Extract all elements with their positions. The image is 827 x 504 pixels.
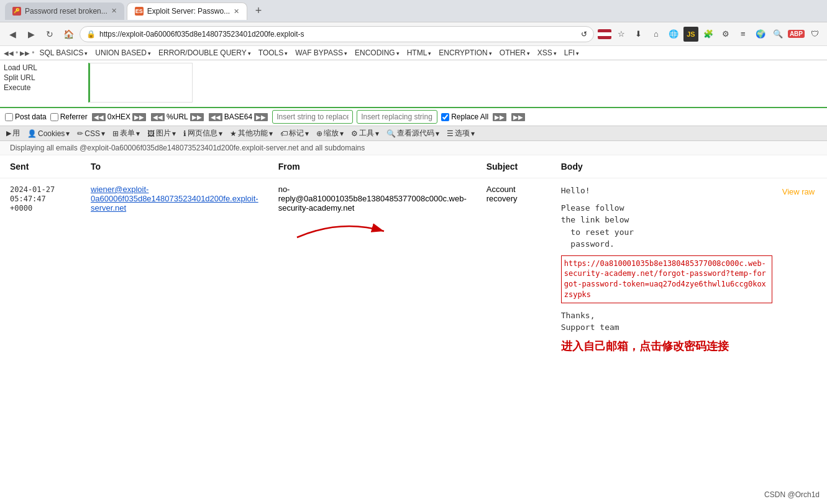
url-right-arrow[interactable]: ▶▶: [190, 113, 204, 121]
css-label: CSS: [85, 129, 100, 138]
url-input-area: Load URL Split URL Execute: [0, 60, 827, 108]
dev-toolbar-mark[interactable]: 🏷 标记 ▾: [278, 127, 311, 139]
base64-encoder: ◀◀ BASE64 ▶▶: [208, 112, 268, 121]
new-tab-button[interactable]: +: [250, 2, 267, 20]
post-data-checkbox[interactable]: [5, 113, 13, 121]
cookies-icon: 👤: [27, 129, 37, 138]
replace-all-checkbox[interactable]: [441, 113, 449, 121]
menu-icon[interactable]: ≡: [736, 27, 751, 42]
referrer-label: Referrer: [60, 112, 88, 121]
js-icon[interactable]: JS: [683, 27, 698, 42]
base64-right-arrow[interactable]: ▶▶: [254, 113, 268, 121]
tab-close-1[interactable]: ✕: [111, 7, 117, 15]
hackbar-encoding[interactable]: ENCODING: [352, 47, 403, 58]
vpn-icon[interactable]: 🛡: [807, 27, 822, 42]
hackbar-toolbar: ◀◀ • ▶▶ • SQL BASICS UNION BASED ERROR/D…: [0, 46, 827, 60]
hackbar-error-query[interactable]: ERROR/DOUBLE QUERY: [155, 47, 254, 58]
replace-double-arrow[interactable]: ▶▶: [511, 113, 525, 121]
zoom-icon[interactable]: 🔍: [770, 27, 785, 42]
body-text-content: Please followthe link below to reset you…: [561, 202, 772, 250]
hex-label: 0xHEX: [107, 112, 130, 121]
password-reset-link[interactable]: https://0a810001035b8e1380485377008c000c…: [564, 259, 769, 300]
url-left-arrow[interactable]: ◀◀: [151, 113, 165, 121]
home-button[interactable]: 🏠: [61, 27, 76, 42]
address-bar[interactable]: 🔒 https://exploit-0a60006f035d8e14807352…: [80, 26, 594, 42]
extension-icon[interactable]: 🧩: [701, 27, 716, 42]
hackbar-waf-bypass[interactable]: WAF BYPASS: [292, 47, 350, 58]
hex-left-arrow[interactable]: ◀◀: [92, 113, 106, 121]
col-header-from: From: [268, 155, 477, 178]
hackbar-encryption[interactable]: ENCRYPTION: [436, 47, 495, 58]
other-icon: ★: [230, 129, 237, 138]
download-icon[interactable]: ⬇: [631, 27, 646, 42]
tools-icon: ⚙: [351, 129, 358, 138]
to-address[interactable]: wiener@exploit-0a60006f035d8e14807352340…: [91, 185, 258, 213]
dev-toolbar-yong[interactable]: ▶ 用: [4, 127, 22, 139]
back-button[interactable]: ◀: [5, 27, 20, 42]
refresh-button[interactable]: ↻: [42, 27, 57, 42]
bookmark-icon[interactable]: ☆: [614, 27, 629, 42]
dev-toolbar-form[interactable]: ⊞ 表单 ▾: [110, 127, 142, 139]
hackbar-tools[interactable]: TOOLS: [255, 47, 291, 58]
css-arrow: ▾: [101, 129, 105, 138]
referrer-checkbox[interactable]: [50, 113, 58, 121]
hex-right-arrow[interactable]: ▶▶: [132, 113, 146, 121]
execute-button[interactable]: Execute: [4, 83, 40, 93]
load-url-button[interactable]: Load URL: [4, 63, 40, 73]
form-label: 表单: [120, 128, 135, 139]
other-arrow: ▾: [269, 129, 273, 138]
hackbar-lfi[interactable]: LFI: [561, 47, 582, 58]
base64-left-arrow[interactable]: ◀◀: [209, 113, 222, 121]
referrer-checkbox-label[interactable]: Referrer: [50, 112, 88, 121]
replace-all-label: Replace All: [451, 112, 488, 121]
tab-label-2: Exploit Server: Passwo...: [147, 7, 230, 16]
split-url-button[interactable]: Split URL: [4, 73, 40, 83]
adblock-button[interactable]: ABP: [788, 30, 805, 38]
pageinfo-icon: ℹ: [183, 129, 186, 138]
forward-button[interactable]: ▶: [24, 27, 39, 42]
hackbar-sql-basics[interactable]: SQL BASICS: [36, 47, 91, 58]
dev-toolbar-other[interactable]: ★ 其他功能 ▾: [227, 127, 275, 139]
translate-icon[interactable]: 🌍: [753, 27, 768, 42]
dev-toolbar-viewsource[interactable]: 🔍 查看源代码 ▾: [384, 127, 442, 139]
replace-all-checkbox-label[interactable]: Replace All: [441, 112, 488, 121]
dev-toolbar-cookies[interactable]: 👤 Cookies ▾: [25, 129, 72, 139]
post-data-checkbox-label[interactable]: Post data: [5, 112, 47, 121]
hackbar-arrow-left[interactable]: ◀◀: [4, 50, 14, 57]
dev-toolbar-zoom[interactable]: ⊕ 缩放 ▾: [314, 127, 346, 139]
browser-titlebar: 🔑 Password reset broken... ✕ ES Exploit …: [0, 0, 827, 22]
options-icon: ☰: [447, 129, 454, 138]
dev-toolbar-pageinfo[interactable]: ℹ 网页信息 ▾: [181, 127, 225, 139]
yong-arrow-icon: ▶: [6, 129, 11, 137]
tab-exploit-server[interactable]: ES Exploit Server: Passwo... ✕: [127, 2, 247, 20]
dev-toolbar-css[interactable]: ✏ CSS ▾: [75, 129, 107, 139]
email-sent-date: 2024-01-27 05:47:47 +0000: [0, 178, 81, 360]
settings-icon[interactable]: ⚙: [718, 27, 733, 42]
hackbar-other[interactable]: OTHER: [496, 47, 533, 58]
hackbar-xss[interactable]: XSS: [534, 47, 560, 58]
url-textarea[interactable]: [88, 63, 193, 103]
email-table-header: Sent To From Subject Body: [0, 155, 827, 178]
tab-close-2[interactable]: ✕: [234, 7, 239, 16]
replacing-string-input[interactable]: [357, 110, 437, 124]
url-label: %URL: [167, 112, 188, 121]
hackbar-arrow-right[interactable]: ▶▶: [20, 50, 30, 57]
post-data-label: Post data: [15, 112, 47, 121]
url-encoder: ◀◀ %URL ▶▶: [150, 112, 204, 121]
replace-right-arrow[interactable]: ▶▶: [493, 113, 506, 121]
tools-arrow: ▾: [375, 129, 379, 138]
dev-toolbar-options[interactable]: ☰ 选项 ▾: [444, 127, 477, 139]
view-raw-button[interactable]: View raw: [780, 187, 817, 196]
replace-string-input[interactable]: [272, 110, 353, 124]
dev-toolbar-tools[interactable]: ⚙ 工具 ▾: [349, 127, 382, 139]
images-label: 图片: [156, 128, 171, 139]
home-icon2[interactable]: ⌂: [649, 27, 664, 42]
dev-toolbar-images[interactable]: 🖼 图片 ▾: [145, 127, 178, 139]
refresh-icon[interactable]: ↺: [581, 30, 587, 39]
hackbar-html[interactable]: HTML: [404, 47, 435, 58]
globe-icon[interactable]: 🌐: [666, 27, 681, 42]
hackbar-union-based[interactable]: UNION BASED: [92, 47, 154, 58]
viewsource-label: 查看源代码: [397, 128, 434, 139]
col-header-sent: Sent: [0, 155, 81, 178]
tab-password-reset[interactable]: 🔑 Password reset broken... ✕: [5, 2, 124, 20]
